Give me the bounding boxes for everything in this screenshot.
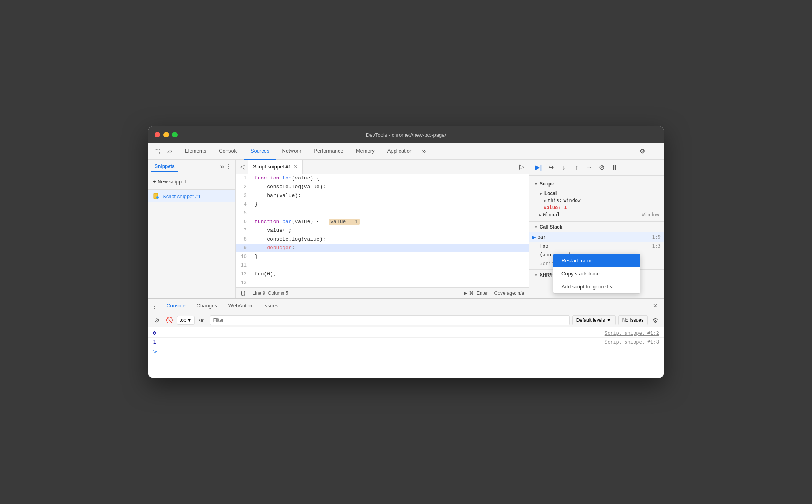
pause-exceptions-button[interactable]: ⏸ — [609, 162, 620, 174]
context-menu-add-to-ignore[interactable]: Add script to ignore list — [553, 280, 640, 293]
editor-tab-close-icon[interactable]: × — [294, 163, 297, 170]
line-num-2: 2 — [236, 183, 251, 191]
snippet-list: Script snippet #1 — [148, 190, 235, 298]
xhr-collapse-arrow: ▼ — [534, 273, 538, 277]
debugger-toolbar: ▶| ↪ ↓ ↑ → ⊘ ⏸ — [529, 160, 664, 176]
call-stack-label: Call Stack — [540, 224, 562, 230]
console-source-0[interactable]: Script snippet #1:2 — [605, 330, 659, 336]
top-selector[interactable]: top ▼ — [177, 316, 195, 325]
tab-application[interactable]: Application — [381, 143, 419, 160]
no-issues-button[interactable]: No Issues — [618, 315, 648, 325]
filter-icon[interactable]: 🚫 — [164, 315, 174, 325]
sidebar-actions: + New snippet — [148, 174, 235, 190]
right-panel: ▶| ↪ ↓ ↑ → ⊘ ⏸ ▼ Scope — [529, 160, 664, 298]
new-snippet-button[interactable]: + New snippet — [153, 177, 230, 186]
titlebar: DevTools - chrome://new-tab-page/ — [148, 126, 664, 143]
deactivate-breakpoints-button[interactable]: ⊘ — [596, 162, 608, 174]
more-tabs-icon[interactable]: » — [419, 143, 429, 160]
scope-value-key: value: — [544, 205, 561, 210]
default-levels-button[interactable]: Default levels ▼ — [572, 315, 616, 325]
line-num-11: 11 — [236, 261, 251, 270]
scope-collapse-arrow: ▼ — [534, 182, 538, 186]
eye-icon[interactable]: 👁 — [197, 315, 207, 325]
devtools-body: Snippets » ⋮ + New snippet Script snippe… — [148, 160, 664, 378]
console-source-1[interactable]: Script snippet #1:8 — [605, 339, 659, 345]
call-stack-bar-loc: 1:9 — [652, 234, 661, 240]
tab-memory[interactable]: Memory — [350, 143, 381, 160]
tab-performance[interactable]: Performance — [307, 143, 349, 160]
call-stack-item-bar[interactable]: ▶ bar 1:9 — [529, 232, 664, 242]
bottom-tab-console[interactable]: Console — [161, 299, 191, 313]
scope-this-value: Window — [563, 198, 580, 203]
sidebar-more-icon[interactable]: » — [220, 162, 224, 171]
bottom-tab-issues[interactable]: Issues — [258, 299, 284, 313]
scope-local-header[interactable]: ▼ Local — [539, 190, 659, 197]
call-stack-header[interactable]: ▼ Call Stack — [529, 222, 664, 232]
scope-global-value: Window — [642, 212, 659, 218]
line-content-3: bar(value); — [251, 191, 529, 200]
step-into-button[interactable]: ↓ — [558, 162, 570, 174]
cursor-icon[interactable]: ⬚ — [151, 146, 163, 157]
line-content-11 — [251, 261, 529, 270]
code-lines: 1 function foo(value) { 2 console.log(va… — [236, 174, 529, 287]
run-status[interactable]: ▶ ⌘+Enter — [464, 290, 488, 296]
line-content-1: function foo(value) { — [251, 174, 529, 183]
resume-button[interactable]: ▶| — [532, 162, 544, 174]
top-label: top — [180, 317, 186, 323]
scope-value-item: value: 1 — [539, 204, 659, 211]
bottom-tab-changes[interactable]: Changes — [191, 299, 223, 313]
clear-console-icon[interactable]: ⊘ — [151, 315, 162, 325]
run-icon: ▶ — [464, 290, 467, 296]
sidebar-menu-icon[interactable]: ⋮ — [226, 163, 232, 170]
scope-section-header[interactable]: ▼ Scope — [529, 179, 664, 189]
code-line-4: 4 } — [236, 200, 529, 209]
editor-tab-label: Script snippet #1 — [253, 164, 291, 170]
editor-tab-snippet1[interactable]: Script snippet #1 × — [248, 160, 303, 174]
line-num-5: 5 — [236, 209, 251, 218]
minimize-button[interactable] — [163, 132, 169, 137]
step-out-button[interactable]: ↑ — [571, 162, 582, 174]
console-prompt-line[interactable]: > — [148, 346, 664, 357]
snippet-item-1[interactable]: Script snippet #1 — [148, 190, 235, 202]
maximize-button[interactable] — [172, 132, 178, 137]
code-editor[interactable]: 1 function foo(value) { 2 console.log(va… — [236, 174, 529, 287]
context-menu-copy-stack-trace[interactable]: Copy stack trace — [553, 267, 640, 280]
call-stack-section: ▼ Call Stack ▶ bar 1:9 foo 1:3 — [529, 222, 664, 270]
step-over-button[interactable]: ↪ — [545, 162, 557, 174]
bottom-panel-menu-icon[interactable]: ⋮ — [151, 302, 158, 310]
code-line-8: 8 console.log(value); — [236, 235, 529, 244]
console-output: 0 Script snippet #1:2 1 Script snippet #… — [148, 327, 664, 378]
run-shortcut: ⌘+Enter — [469, 290, 488, 296]
customize-icon[interactable]: ⋮ — [649, 146, 661, 157]
format-icon[interactable]: {} — [240, 290, 246, 296]
close-button[interactable] — [155, 132, 160, 137]
line-content-5 — [251, 209, 529, 218]
tab-network[interactable]: Network — [276, 143, 308, 160]
device-toolbar-icon[interactable]: ▱ — [164, 146, 175, 157]
toggle-navigator-icon[interactable]: ◁ — [237, 161, 248, 172]
console-line-1: 1 Script snippet #1:8 — [148, 338, 664, 346]
line-num-10: 10 — [236, 252, 251, 261]
line-content-8: console.log(value); — [251, 235, 529, 244]
settings-icon[interactable]: ⚙ — [637, 146, 648, 157]
bottom-tab-webauthn[interactable]: WebAuthn — [223, 299, 258, 313]
context-menu: Restart frame Copy stack trace Add scrip… — [553, 254, 640, 294]
console-settings-icon[interactable]: ⚙ — [650, 315, 661, 325]
line-content-7: value++; — [251, 226, 529, 235]
code-line-2: 2 console.log(value); — [236, 183, 529, 191]
devtools-window: DevTools - chrome://new-tab-page/ ⬚ ▱ El… — [148, 126, 664, 378]
call-stack-item-foo[interactable]: foo 1:3 — [529, 242, 664, 250]
snippets-tab[interactable]: Snippets — [151, 162, 178, 172]
tab-elements[interactable]: Elements — [178, 143, 213, 160]
coverage-status: Coverage: n/a — [494, 290, 524, 296]
bottom-panel-close-icon[interactable]: × — [650, 302, 661, 310]
tab-sources[interactable]: Sources — [244, 143, 276, 160]
scope-global-item[interactable]: ▶ Global Window — [539, 211, 659, 218]
scope-this-item[interactable]: ▶ this: Window — [539, 197, 659, 204]
run-snippet-icon[interactable]: ▷ — [516, 161, 527, 172]
context-menu-restart-frame[interactable]: Restart frame — [553, 254, 640, 267]
console-filter-input[interactable] — [210, 315, 570, 325]
step-button[interactable]: → — [583, 162, 595, 174]
right-panel-content: ▼ Scope ▼ Local ▶ this: Window — [529, 176, 664, 298]
tab-console[interactable]: Console — [213, 143, 244, 160]
